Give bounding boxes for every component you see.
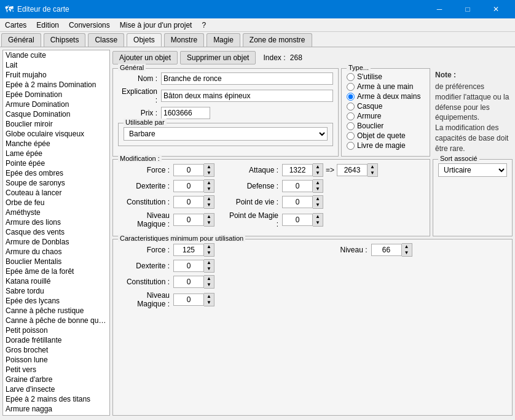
nm-up[interactable]: ▲ bbox=[204, 214, 214, 220]
tab-magie[interactable]: Magie bbox=[206, 33, 240, 47]
defense-up[interactable]: ▲ bbox=[313, 180, 323, 186]
pm-down[interactable]: ▼ bbox=[313, 220, 323, 226]
maximize-button[interactable]: □ bbox=[454, 0, 482, 18]
list-item[interactable]: Epée Domination bbox=[3, 90, 109, 99]
attaque-max-up[interactable]: ▲ bbox=[368, 164, 377, 170]
list-item[interactable]: Casque Domination bbox=[3, 109, 109, 119]
list-item[interactable]: Globe oculaire visqueux bbox=[3, 129, 109, 139]
menu-conversions[interactable]: Conversions bbox=[64, 18, 115, 32]
list-item[interactable]: Lait bbox=[3, 60, 109, 70]
list-item[interactable]: Armure Domination bbox=[3, 99, 109, 109]
type-radio-1[interactable] bbox=[347, 83, 355, 91]
close-button[interactable]: ✕ bbox=[482, 0, 510, 18]
carac-niveau-up[interactable]: ▲ bbox=[402, 244, 412, 250]
list-item[interactable]: Armure du chaos bbox=[3, 247, 109, 257]
attaque-down[interactable]: ▼ bbox=[313, 170, 323, 176]
force-up[interactable]: ▲ bbox=[204, 164, 214, 170]
list-item[interactable]: Bouclier Mentalis bbox=[3, 257, 109, 266]
carac-dex-input[interactable] bbox=[173, 260, 204, 272]
tab-objets[interactable]: Objets bbox=[127, 33, 162, 47]
carac-dex-up[interactable]: ▲ bbox=[204, 260, 214, 266]
pv-up[interactable]: ▲ bbox=[313, 196, 323, 202]
list-item[interactable]: Epée à 2 mains des titans bbox=[3, 394, 109, 404]
carac-force-input[interactable] bbox=[173, 244, 204, 256]
tab-general[interactable]: Général bbox=[1, 33, 41, 47]
list-item[interactable]: Epée à 2 mains Domination bbox=[3, 80, 109, 90]
list-item[interactable]: Fruit mujaho bbox=[3, 70, 109, 80]
tab-classe[interactable]: Classe bbox=[88, 33, 124, 47]
list-item[interactable]: Sabre tordu bbox=[3, 286, 109, 296]
tab-monstre[interactable]: Monstre bbox=[164, 33, 204, 47]
nm-down[interactable]: ▼ bbox=[204, 220, 214, 226]
list-item[interactable]: Canne à pêche de bonne qualité bbox=[3, 316, 109, 325]
force-input[interactable] bbox=[173, 164, 204, 176]
carac-const-up[interactable]: ▲ bbox=[204, 276, 214, 282]
list-item[interactable]: Poisson lune bbox=[3, 355, 109, 365]
point-vie-input[interactable] bbox=[282, 196, 313, 208]
list-item[interactable]: Gros brochet bbox=[3, 345, 109, 355]
menu-cartes[interactable]: Cartes bbox=[0, 18, 31, 32]
menu-mise-a-jour[interactable]: Mise à jour d'un projet bbox=[115, 18, 197, 32]
list-item[interactable]: Graine d'arbre bbox=[3, 375, 109, 384]
niveau-magique-input[interactable] bbox=[173, 214, 204, 226]
list-item[interactable]: Casque des vents bbox=[3, 227, 109, 237]
list-item[interactable]: Armure des lions bbox=[3, 217, 109, 227]
menu-edition[interactable]: Edition bbox=[31, 18, 64, 32]
attaque-input[interactable] bbox=[282, 164, 313, 176]
tab-zone-de-monstre[interactable]: Zone de monstre bbox=[243, 33, 312, 47]
list-item[interactable]: Petit vers bbox=[3, 365, 109, 375]
menu-help[interactable]: ? bbox=[197, 18, 211, 32]
list-item[interactable]: Améthyste bbox=[3, 208, 109, 217]
add-object-button[interactable]: Ajouter un objet bbox=[112, 51, 178, 64]
type-radio-6[interactable] bbox=[347, 132, 355, 140]
list-item[interactable]: Larve d'insecte bbox=[3, 384, 109, 394]
dexterite-input[interactable] bbox=[173, 180, 204, 192]
carac-dex-down[interactable]: ▼ bbox=[204, 266, 214, 272]
list-item[interactable]: Petit poisson bbox=[3, 325, 109, 335]
type-radio-5[interactable] bbox=[347, 122, 355, 130]
list-item[interactable]: Bouclier miroir bbox=[3, 119, 109, 129]
list-item[interactable]: Dorade frétillante bbox=[3, 335, 109, 345]
list-item[interactable]: Soupe de saronys bbox=[3, 178, 109, 188]
carac-niveau-input[interactable] bbox=[371, 244, 402, 256]
list-item[interactable]: Viande cuite bbox=[3, 50, 109, 60]
pv-down[interactable]: ▼ bbox=[313, 202, 323, 208]
attaque-max-input[interactable] bbox=[337, 164, 368, 176]
objects-list[interactable]: Viande cuiteLaitFruit mujahoEpée à 2 mai… bbox=[2, 50, 110, 416]
carac-const-input[interactable] bbox=[173, 276, 204, 288]
carac-nm-input[interactable] bbox=[173, 294, 204, 306]
type-radio-4[interactable] bbox=[347, 112, 355, 120]
sort-select[interactable]: Urticaire Feu Glace Foudre bbox=[438, 163, 507, 177]
type-radio-3[interactable] bbox=[347, 103, 355, 111]
list-item[interactable]: Epée des ombres bbox=[3, 168, 109, 178]
carac-force-down[interactable]: ▼ bbox=[204, 250, 214, 256]
list-item[interactable]: Armure nagga bbox=[3, 404, 109, 414]
list-item[interactable]: Manche épée bbox=[3, 139, 109, 149]
tab-chipsets[interactable]: Chipsets bbox=[44, 33, 86, 47]
list-item[interactable]: Canne à pêche rustique bbox=[3, 306, 109, 316]
nom-input[interactable] bbox=[161, 72, 333, 85]
remove-object-button[interactable]: Supprimer un objet bbox=[180, 51, 256, 64]
utilisable-par-select[interactable]: BarbareGuerrierMageArcherPrêtreVoleur bbox=[124, 127, 328, 141]
carac-force-up[interactable]: ▲ bbox=[204, 244, 214, 250]
type-radio-7[interactable] bbox=[347, 142, 355, 150]
defense-down[interactable]: ▼ bbox=[313, 186, 323, 192]
list-item[interactable]: Katana rouillé bbox=[3, 276, 109, 286]
carac-nm-down[interactable]: ▼ bbox=[204, 300, 214, 306]
point-magie-input[interactable] bbox=[282, 214, 313, 226]
list-item[interactable]: Epée âme de la forêt bbox=[3, 266, 109, 276]
dex-down[interactable]: ▼ bbox=[204, 186, 214, 192]
type-radio-2[interactable] bbox=[347, 93, 355, 101]
attaque-max-down[interactable]: ▼ bbox=[368, 170, 377, 176]
defense-input[interactable] bbox=[282, 180, 313, 192]
carac-nm-up[interactable]: ▲ bbox=[204, 294, 214, 300]
prix-input[interactable] bbox=[161, 107, 210, 119]
dex-up[interactable]: ▲ bbox=[204, 180, 214, 186]
list-item[interactable]: Orbe de feu bbox=[3, 198, 109, 208]
explication-input[interactable] bbox=[161, 90, 333, 102]
list-item[interactable]: Oeuf en chocolat bbox=[3, 414, 109, 416]
attaque-up[interactable]: ▲ bbox=[313, 164, 323, 170]
const-up[interactable]: ▲ bbox=[204, 196, 214, 202]
type-radio-0[interactable] bbox=[347, 73, 355, 81]
force-down[interactable]: ▼ bbox=[204, 170, 214, 176]
